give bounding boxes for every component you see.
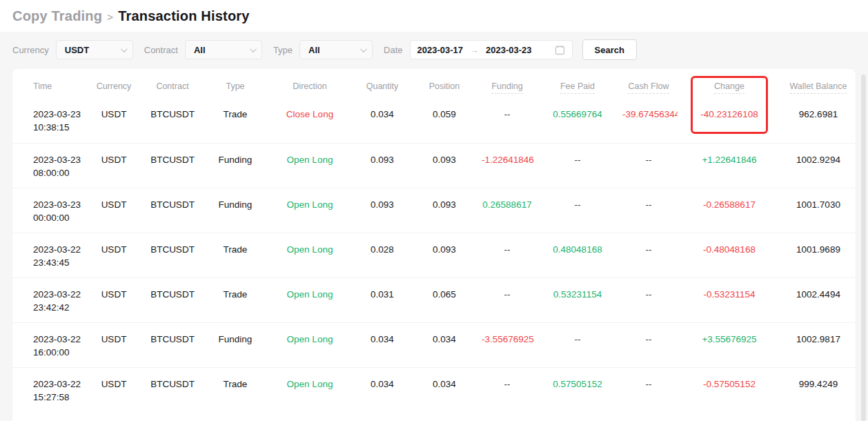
cell-wallet_balance: 1001.9689 [781,233,856,277]
cell-fee_paid: -- [535,322,620,367]
column-header-fee_paid: Fee Paid [535,69,620,98]
column-header-quantity: Quantity [355,69,410,98]
time-date: 2023-03-22 [33,288,86,301]
cell-type: Trade [206,367,265,412]
time-date: 2023-03-23 [33,198,86,211]
cell-time: 2023-03-2223:42:42 [12,277,88,322]
cell-fee_paid: 0.53231154 [535,277,620,322]
table-body: 2023-03-2310:38:15USDTBTCUSDTTradeClose … [12,98,856,412]
cell-quantity: 0.031 [355,277,410,322]
cell-direction: Open Long [265,143,355,188]
cell-wallet_balance: 1002.4494 [781,277,856,322]
cell-currency: USDT [88,143,139,188]
time-clock: 00:00:00 [33,211,86,224]
currency-label: Currency [12,45,49,55]
time-clock: 23:43:45 [33,256,86,269]
table-row: 2023-03-2300:00:00USDTBTCUSDTFundingOpen… [12,188,856,233]
cell-cash_flow: -39.67456344 [620,98,678,143]
cell-contract: BTCUSDT [139,143,206,188]
column-header-time: Time [12,69,88,98]
cell-cash_flow: -- [620,233,678,277]
column-label: Funding [491,81,522,94]
cell-contract: BTCUSDT [139,367,206,412]
time-clock: 08:00:00 [33,166,86,179]
cell-time: 2023-03-2300:00:00 [12,188,88,233]
time-date: 2023-03-22 [33,333,86,346]
cell-quantity: 0.093 [355,188,410,233]
cell-change: +1.22641846 [678,143,781,188]
column-header-funding: Funding [479,69,535,98]
cell-time: 2023-03-2310:38:15 [12,98,88,143]
column-label: Wallet Balance [790,81,847,94]
cell-funding: 0.26588617 [479,188,535,233]
cell-change: +3.55676925 [678,322,781,367]
cell-time: 2023-03-2308:00:00 [12,143,88,188]
cell-position: 0.093 [410,188,479,233]
breadcrumb-separator: > [107,11,113,23]
table-row: 2023-03-2223:43:45USDTBTCUSDTTradeOpen L… [12,233,856,277]
cell-direction: Open Long [265,277,355,322]
cell-direction: Close Long [265,98,355,143]
time-date: 2023-03-22 [33,243,86,256]
column-label: Direction [293,81,326,91]
cell-contract: BTCUSDT [139,277,206,322]
cell-direction: Open Long [265,233,355,277]
cell-funding: -1.22641846 [479,143,535,188]
cell-cash_flow: -- [620,322,678,367]
transaction-history-page: Copy Trading>Transaction History Currenc… [0,0,868,421]
cell-change: -0.57505152 [678,367,781,412]
date-range-arrow-icon: → [470,45,479,55]
cell-direction: Open Long [265,188,355,233]
cell-wallet_balance: 962.6981 [781,98,856,143]
column-label: Position [429,81,460,91]
time-clock: 15:27:58 [33,391,86,404]
cell-funding: -- [479,367,535,412]
date-start-value: 2023-03-17 [417,45,464,55]
cell-type: Funding [206,143,265,188]
column-label: Quantity [366,81,399,91]
cell-funding: -- [479,98,535,143]
column-header-wallet_balance: Wallet Balance [781,69,856,98]
contract-select[interactable]: All [185,40,262,59]
date-end-value: 2023-03-23 [486,45,532,55]
cell-position: 0.093 [410,233,479,277]
column-header-contract: Contract [139,69,206,98]
cell-position: 0.034 [410,322,479,367]
cell-direction: Open Long [265,367,355,412]
breadcrumb-copy-trading[interactable]: Copy Trading [12,8,102,23]
table-row: 2023-03-2310:38:15USDTBTCUSDTTradeClose … [12,98,856,143]
cell-change: -0.48048168 [678,233,781,277]
vertical-scrollbar[interactable] [861,75,866,421]
column-label: Contract [156,81,188,91]
time-clock: 10:38:15 [33,121,86,134]
chevron-down-icon [121,46,128,52]
search-button[interactable]: Search [582,39,637,60]
cell-type: Trade [206,98,265,143]
cell-currency: USDT [88,277,139,322]
currency-select[interactable]: USDT [56,40,133,59]
cell-cash_flow: -- [620,143,678,188]
cell-quantity: 0.028 [355,233,410,277]
cell-position: 0.034 [410,367,479,412]
cell-quantity: 0.034 [355,98,410,143]
cell-position: 0.093 [410,143,479,188]
cell-fee_paid: -- [535,143,620,188]
type-select-value: All [308,45,320,55]
time-date: 2023-03-22 [33,378,86,391]
cell-currency: USDT [88,233,139,277]
type-select[interactable]: All [299,40,373,59]
column-header-position: Position [410,69,479,98]
cell-fee_paid: -- [535,188,620,233]
date-range-picker[interactable]: 2023-03-17 → 2023-03-23 [410,40,573,59]
column-header-direction: Direction [265,69,355,98]
cell-currency: USDT [88,322,139,367]
cell-contract: BTCUSDT [139,188,206,233]
contract-select-value: All [194,45,206,55]
column-header-type: Type [206,69,265,98]
cell-wallet_balance: 1002.9294 [781,143,856,188]
column-label: Currency [97,81,132,91]
cell-time: 2023-03-2223:43:45 [12,233,88,277]
cell-funding: -3.55676925 [479,322,535,367]
chevron-down-icon [360,46,367,52]
contract-label: Contract [144,45,178,55]
